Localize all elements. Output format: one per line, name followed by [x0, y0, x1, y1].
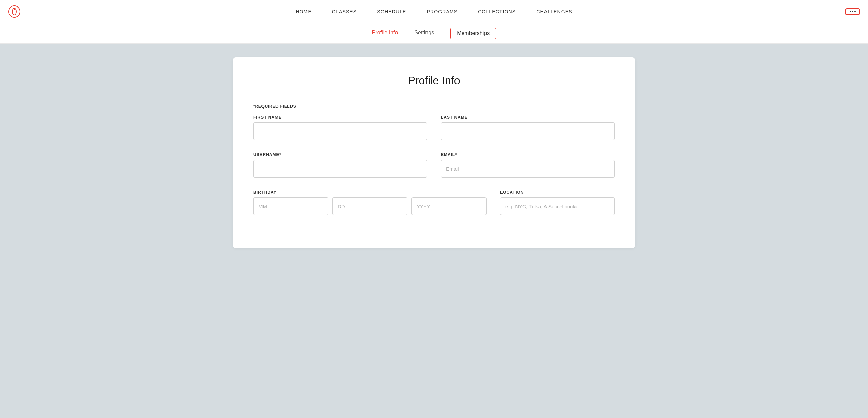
first-name-input[interactable]	[253, 122, 427, 140]
main-content: Profile Info *REQUIRED FIELDS FIRST NAME…	[0, 44, 868, 418]
dot1	[850, 11, 851, 12]
nav-schedule[interactable]: SCHEDULE	[377, 9, 406, 14]
location-label: LOCATION	[500, 190, 615, 195]
more-menu-button[interactable]	[845, 8, 860, 15]
dot3	[854, 11, 856, 12]
birthday-location-row: BIRTHDAY LOCATION	[253, 190, 615, 215]
last-name-input[interactable]	[441, 122, 615, 140]
username-input[interactable]	[253, 160, 427, 178]
email-input[interactable]	[441, 160, 615, 178]
birthday-inputs	[253, 197, 487, 215]
logo[interactable]	[8, 5, 20, 18]
navbar-links: HOME CLASSES SCHEDULE PROGRAMS COLLECTIO…	[296, 9, 572, 14]
nav-collections[interactable]: COLLECTIONS	[478, 9, 516, 14]
username-label: USERNAME*	[253, 152, 427, 157]
nav-challenges[interactable]: CHALLENGES	[536, 9, 572, 14]
tab-settings[interactable]: Settings	[414, 30, 434, 37]
subnav: Profile Info Settings Memberships	[0, 23, 868, 44]
first-name-group: FIRST NAME	[253, 115, 427, 140]
last-name-label: LAST NAME	[441, 115, 615, 120]
nav-home[interactable]: HOME	[296, 9, 311, 14]
profile-info-title: Profile Info	[253, 74, 615, 87]
tab-profile-info[interactable]: Profile Info	[372, 30, 398, 37]
birthday-dd-input[interactable]	[332, 197, 407, 215]
dot2	[852, 11, 853, 12]
nav-classes[interactable]: CLASSES	[332, 9, 357, 14]
email-label: EMAIL*	[441, 152, 615, 157]
navbar: HOME CLASSES SCHEDULE PROGRAMS COLLECTIO…	[0, 0, 868, 23]
birthday-label: BIRTHDAY	[253, 190, 487, 195]
location-group: LOCATION	[500, 190, 615, 215]
birthday-yyyy-input[interactable]	[411, 197, 487, 215]
required-fields-note: *REQUIRED FIELDS	[253, 104, 615, 109]
svg-point-0	[9, 6, 20, 17]
nav-programs[interactable]: PROGRAMS	[427, 9, 458, 14]
birthday-group: BIRTHDAY	[253, 190, 487, 215]
profile-card: Profile Info *REQUIRED FIELDS FIRST NAME…	[233, 57, 635, 248]
username-group: USERNAME*	[253, 152, 427, 178]
email-group: EMAIL*	[441, 152, 615, 178]
username-email-row: USERNAME* EMAIL*	[253, 152, 615, 178]
name-row: FIRST NAME LAST NAME	[253, 115, 615, 140]
first-name-label: FIRST NAME	[253, 115, 427, 120]
tab-memberships[interactable]: Memberships	[450, 28, 496, 39]
peloton-logo-icon	[8, 5, 20, 18]
birthday-mm-input[interactable]	[253, 197, 328, 215]
last-name-group: LAST NAME	[441, 115, 615, 140]
location-input[interactable]	[500, 197, 615, 215]
